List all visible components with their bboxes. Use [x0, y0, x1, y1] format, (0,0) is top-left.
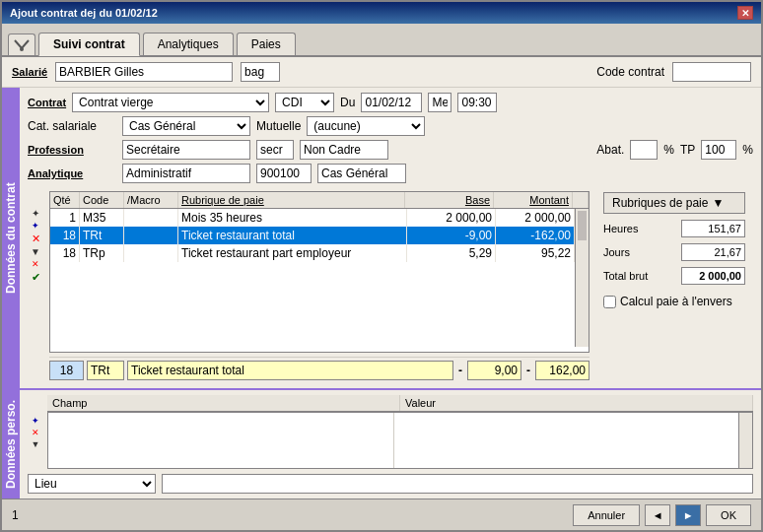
prev-button[interactable]: ◄: [645, 504, 670, 526]
perso-champ-col: [48, 413, 393, 468]
page-number: 1: [12, 508, 19, 522]
contrat-time-input[interactable]: [457, 93, 497, 112]
profession-type-input: [300, 140, 388, 160]
table-body: 1 M35 Mois 35 heures 2 000,00 2 000,00: [50, 209, 575, 347]
edit-num-input[interactable]: [49, 361, 84, 380]
lieu-value-input[interactable]: [162, 474, 753, 494]
edit-base-input[interactable]: [467, 361, 521, 380]
cell-macro: [124, 227, 178, 244]
code-contrat-input[interactable]: [672, 62, 751, 82]
jours-value[interactable]: [681, 243, 745, 261]
jours-row: Jours: [603, 243, 745, 261]
next-button[interactable]: ►: [675, 504, 701, 526]
row-down-btn[interactable]: ▼: [31, 247, 40, 257]
row-add-btn[interactable]: ✦: [32, 222, 39, 231]
perso-scrollbar[interactable]: [738, 413, 752, 468]
calcul-checkbox[interactable]: [603, 296, 616, 308]
perso-del-btn[interactable]: ✕: [32, 429, 39, 437]
window-title: Ajout contrat dej du 01/02/12: [10, 7, 158, 19]
du-label: Du: [340, 96, 355, 109]
table-body-wrapper: 1 M35 Mois 35 heures 2 000,00 2 000,00: [50, 209, 589, 347]
total-brut-label: Total brut: [603, 270, 648, 282]
analytique-label: Analytique: [28, 167, 116, 179]
analytique-input[interactable]: [122, 164, 250, 183]
contrat-date-input[interactable]: [361, 93, 422, 112]
cat-label: Cat. salariale: [28, 119, 116, 133]
form-area: Contrat Contrat vierge CDI Du Cat. salar…: [20, 88, 761, 388]
perso-col-champ: Champ: [47, 395, 400, 411]
perso-col-valeur: Valeur: [400, 395, 753, 411]
sep1: -: [456, 364, 464, 377]
main-section: Données du contrat Contrat Contrat vierg…: [2, 88, 761, 388]
row-remove-btn[interactable]: ✕: [32, 260, 39, 269]
cell-montant: -162,00: [496, 227, 575, 244]
table-row[interactable]: 18 TRt Ticket restaurant total -9,00 -16…: [50, 227, 575, 244]
mutuelle-select[interactable]: (aucune): [307, 116, 425, 136]
cdi-select[interactable]: CDI: [275, 93, 334, 112]
cell-macro: [124, 244, 178, 262]
col-base: Base: [405, 192, 494, 208]
sep2: -: [524, 364, 532, 377]
mutuelle-label: Mutuelle: [256, 119, 301, 133]
heures-label: Heures: [603, 223, 638, 234]
total-brut-value[interactable]: [681, 267, 745, 285]
code-contrat-label: Code contrat: [596, 65, 664, 79]
ok-button[interactable]: OK: [706, 504, 751, 526]
tab-suivi-contrat[interactable]: Suivi contrat: [38, 33, 140, 56]
row-delete-btn[interactable]: ✕: [32, 233, 40, 244]
calcul-row: Calcul paie à l'envers: [603, 295, 745, 308]
cell-qte: 1: [50, 209, 80, 227]
table-header: Qté Code /Macro Rubrique de paie Base Mo…: [50, 192, 589, 209]
jours-label: Jours: [603, 246, 630, 258]
perso-add-btn[interactable]: ✦: [32, 417, 39, 426]
profession-input[interactable]: [122, 140, 250, 160]
table-row[interactable]: 1 M35 Mois 35 heures 2 000,00 2 000,00: [50, 209, 575, 227]
cell-qte: 18: [50, 244, 80, 262]
cell-rubrique: Mois 35 heures: [178, 209, 407, 227]
profession-row: Profession Abat. % TP %: [28, 140, 753, 160]
close-button[interactable]: ✕: [737, 6, 753, 20]
cat-select[interactable]: Cas Général: [122, 116, 250, 136]
salarie-name-input[interactable]: [55, 62, 233, 82]
heures-value[interactable]: [681, 220, 745, 237]
perso-down-btn[interactable]: ▼: [32, 440, 40, 449]
tp-pct: %: [742, 143, 753, 157]
perso-table-body: [47, 412, 753, 469]
tab-icon[interactable]: [8, 33, 35, 55]
edit-row: - -: [49, 357, 590, 383]
lieu-select[interactable]: Lieu: [28, 474, 156, 494]
perso-valeur-col: [393, 413, 739, 468]
edit-desc-input[interactable]: [127, 361, 453, 380]
title-bar: Ajout contrat dej du 01/02/12 ✕: [2, 2, 761, 24]
contrat-type-select[interactable]: Contrat vierge: [72, 93, 269, 112]
tab-analytiques[interactable]: Analytiques: [143, 33, 234, 55]
analytique-row: Analytique: [28, 164, 753, 183]
annuler-button[interactable]: Annuler: [573, 504, 640, 526]
abat-input[interactable]: [630, 140, 658, 160]
row-check-btn[interactable]: ✔: [32, 272, 40, 283]
cell-rubrique: Ticket restaurant total: [178, 227, 407, 244]
table-scrollbar[interactable]: [575, 209, 589, 347]
analytique-code-input[interactable]: [256, 164, 312, 183]
salarie-row: Salarié Code contrat: [2, 57, 761, 88]
col-scroll: [573, 192, 589, 208]
cell-macro: [124, 209, 178, 227]
cell-code: TRt: [80, 227, 124, 244]
table-row[interactable]: 18 TRp Ticket restaurant part employeur …: [50, 244, 575, 262]
row-up-btn[interactable]: ✦: [32, 209, 39, 219]
perso-table-header: Champ Valeur: [47, 395, 753, 412]
profession-code-input[interactable]: [256, 140, 294, 160]
bottom-form: ✦ ✕ ▼ Champ Valeur: [20, 390, 761, 499]
tabs-bar: Suivi contrat Analytiques Paies: [2, 24, 761, 57]
edit-code-input[interactable]: [87, 361, 124, 380]
perso-area: ✦ ✕ ▼ Champ Valeur: [28, 395, 753, 469]
edit-montant-input[interactable]: [535, 361, 590, 380]
heures-row: Heures: [603, 220, 745, 237]
action-bar: 1 Annuler ◄ ► OK: [2, 499, 761, 530]
rubriques-button[interactable]: Rubriques de paie ▼: [603, 192, 745, 214]
content-area: Salarié Code contrat Données du contrat …: [2, 57, 761, 530]
tp-input[interactable]: [701, 140, 736, 160]
tab-paies[interactable]: Paies: [237, 33, 296, 55]
salarie-code-input[interactable]: [241, 62, 280, 82]
abat-pct: %: [663, 143, 674, 157]
